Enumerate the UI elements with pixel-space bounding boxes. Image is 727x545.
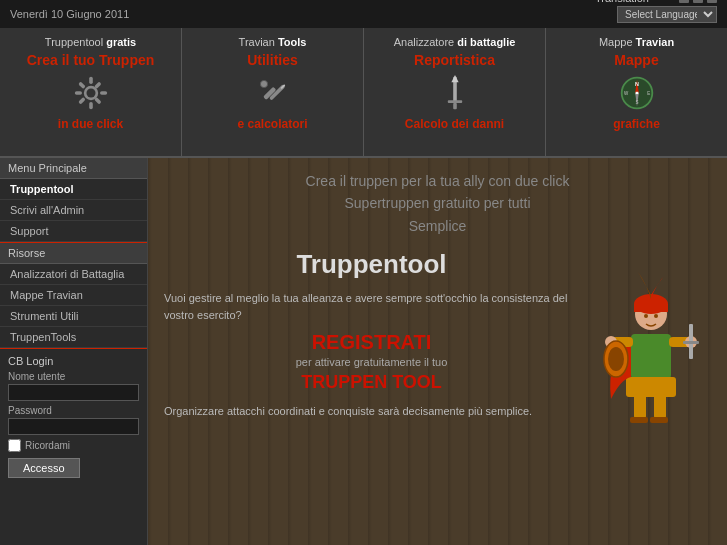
svg-marker-15 xyxy=(451,75,458,82)
registrati-label: REGISTRATI xyxy=(164,331,579,354)
tagline-block: Crea il truppen per la tua ally con due … xyxy=(164,170,711,237)
svg-rect-3 xyxy=(89,102,93,109)
password-label: Password xyxy=(8,405,139,416)
nav-tab-main-traviantools: Utilities xyxy=(247,52,298,69)
nav-tab-sub-analizzatore: Calcolo dei danni xyxy=(405,117,504,131)
svg-rect-26 xyxy=(631,334,671,379)
nav-tab-title-traviantools: Travian Tools xyxy=(192,36,353,48)
soldier-icon xyxy=(596,269,706,429)
sidebar-item-support[interactable]: Support xyxy=(0,221,147,242)
sidebar-menu-principale-header: Menu Principale xyxy=(0,158,147,179)
svg-rect-29 xyxy=(654,394,666,419)
nome-utente-input[interactable] xyxy=(8,384,139,401)
password-input[interactable] xyxy=(8,418,139,435)
nav-tab-main-truppentool: Crea il tuo Truppen xyxy=(27,52,155,69)
cb-login-section: CB Login Nome utente Password Ricordami … xyxy=(0,349,147,484)
sidebar-item-scrivi-admin[interactable]: Scrivi all'Admin xyxy=(0,200,147,221)
top-bar: Venerdì 10 Giugno 2011 Translation Selec… xyxy=(0,0,727,28)
nav-tab-sub-truppentool: in due click xyxy=(58,117,123,131)
svg-rect-6 xyxy=(78,81,86,89)
top-date: Venerdì 10 Giugno 2011 xyxy=(10,8,129,20)
translation-label: Translation xyxy=(595,0,649,4)
svg-rect-5 xyxy=(100,91,107,95)
icons-row xyxy=(679,0,717,3)
ricordami-label: Ricordami xyxy=(25,440,70,451)
nav-tab-main-analizzatore: Reportistica xyxy=(414,52,495,69)
svg-point-11 xyxy=(260,80,267,87)
per-attivare-label: per attivare gratuitamente il tuo xyxy=(164,356,579,368)
nav-tab-title-mappe: Mappe Travian xyxy=(556,36,717,48)
language-select[interactable]: Select Language xyxy=(617,6,717,23)
svg-rect-37 xyxy=(683,341,699,344)
nav-tab-icon-compass: N S W E xyxy=(619,75,655,111)
svg-rect-30 xyxy=(630,417,648,423)
lang-select-row: Select Language xyxy=(617,6,717,23)
soldier-area xyxy=(591,249,711,429)
ricordami-checkbox[interactable] xyxy=(8,439,21,452)
sidebar: Menu Principale Truppentool Scrivi all'A… xyxy=(0,158,148,545)
sidebar-risorse-header: Risorse xyxy=(0,243,147,264)
svg-point-44 xyxy=(608,347,624,371)
truppentool-description: Vuoi gestire al meglio la tua alleanza e… xyxy=(164,290,579,323)
tagline-3: Semplice xyxy=(164,215,711,237)
truppentool-title: Truppentool xyxy=(164,249,579,280)
truppentool-text: Truppentool Vuoi gestire al meglio la tu… xyxy=(164,249,579,429)
svg-rect-4 xyxy=(74,91,81,95)
sidebar-item-strumenti-utili[interactable]: Strumenti Utili xyxy=(0,306,147,327)
remember-row: Ricordami xyxy=(8,439,139,452)
sidebar-item-analizzatori[interactable]: Analizzatori di Battaglia xyxy=(0,264,147,285)
svg-point-41 xyxy=(644,314,648,318)
content-area: Crea il truppen per la tua ally con due … xyxy=(148,158,727,545)
tagline-1: Crea il truppen per la tua ally con due … xyxy=(164,170,711,192)
svg-rect-31 xyxy=(650,417,668,423)
svg-rect-16 xyxy=(447,100,461,103)
tagline-2: Supertruppen gratuito per tutti xyxy=(164,192,711,214)
nav-tab-traviantools[interactable]: Travian Tools Utilities e calcolatori xyxy=(182,28,364,156)
nome-utente-label: Nome utente xyxy=(8,371,139,382)
nav-tab-icon-sword xyxy=(441,75,469,111)
svg-point-1 xyxy=(86,88,95,97)
organizzare-description: Organizzare attacchi coordinati e conqui… xyxy=(164,403,579,420)
svg-text:E: E xyxy=(647,91,650,96)
svg-text:W: W xyxy=(624,91,629,96)
nav-tab-icon-gear xyxy=(73,75,109,111)
sidebar-item-mappe-travian[interactable]: Mappe Travian xyxy=(0,285,147,306)
accesso-button[interactable]: Accesso xyxy=(8,458,80,478)
nav-tab-title-truppentool: Truppentool gratis xyxy=(10,36,171,48)
svg-rect-28 xyxy=(634,394,646,419)
svg-rect-40 xyxy=(634,304,668,312)
svg-rect-8 xyxy=(78,97,86,105)
svg-rect-17 xyxy=(453,103,457,109)
icon-a xyxy=(679,0,689,3)
nav-tabs: Truppentool gratis Crea il tuo Truppen i… xyxy=(0,28,727,158)
icon-b xyxy=(693,0,703,3)
cb-login-title: CB Login xyxy=(8,355,139,367)
nav-tab-analizzatore[interactable]: Analizzatore di battaglie Reportistica C… xyxy=(364,28,546,156)
nav-tab-main-mappe: Mappe xyxy=(614,52,658,69)
svg-rect-2 xyxy=(89,77,93,84)
sidebar-item-truppentools[interactable]: TruppenTools xyxy=(0,327,147,348)
svg-point-42 xyxy=(654,314,658,318)
icon-c xyxy=(707,0,717,3)
nav-tab-truppentool[interactable]: Truppentool gratis Crea il tuo Truppen i… xyxy=(0,28,182,156)
nav-tab-sub-mappe: grafiche xyxy=(613,117,660,131)
truppen-tool-label: TRUPPEN TOOL xyxy=(164,372,579,393)
svg-text:N: N xyxy=(635,81,639,87)
sidebar-item-truppentool[interactable]: Truppentool xyxy=(0,179,147,200)
svg-text:S: S xyxy=(635,100,638,105)
truppentool-main: Truppentool Vuoi gestire al meglio la tu… xyxy=(164,249,711,429)
main-content: Menu Principale Truppentool Scrivi all'A… xyxy=(0,158,727,545)
nav-tab-mappe[interactable]: Mappe Travian Mappe N S W E grafiche xyxy=(546,28,727,156)
svg-rect-27 xyxy=(626,377,676,397)
nav-tab-title-analizzatore: Analizzatore di battaglie xyxy=(374,36,535,48)
nav-tab-sub-traviantools: e calcolatori xyxy=(237,117,307,131)
nav-tab-icon-tools xyxy=(255,75,291,111)
